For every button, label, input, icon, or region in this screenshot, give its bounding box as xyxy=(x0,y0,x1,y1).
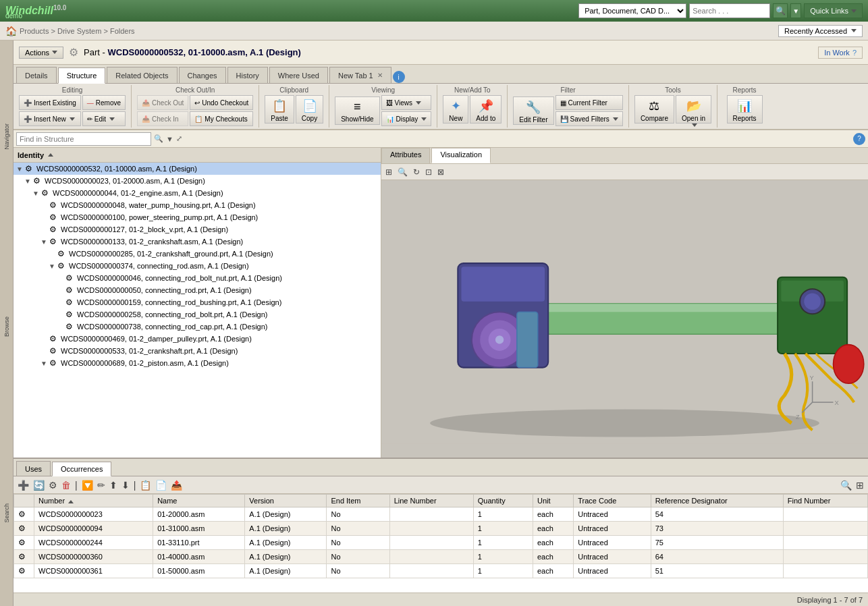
col-header-quantity[interactable]: Quantity xyxy=(473,495,533,507)
tab-attributes[interactable]: Attributes xyxy=(381,148,430,163)
search-type-dropdown[interactable]: Part, Document, CAD D... xyxy=(578,3,686,18)
insert-new-button[interactable]: ➕ Insert New xyxy=(19,111,81,126)
display-button[interactable]: 📊 Display xyxy=(381,111,432,126)
search-input[interactable] xyxy=(689,3,770,18)
col-header-number[interactable]: Number xyxy=(34,495,153,507)
tab-structure[interactable]: Structure xyxy=(58,67,106,84)
tree-item[interactable]: ⚙ WCDS0000000469, 01-2_damper_pulley.prt… xyxy=(13,333,381,345)
col-header-version[interactable]: Version xyxy=(245,495,327,507)
move-up-button[interactable]: ⬆ xyxy=(108,480,119,491)
refresh-button[interactable]: 🔄 xyxy=(32,480,46,491)
col-header-find-number[interactable]: Find Number xyxy=(783,495,867,507)
breadcrumb-drive-system[interactable]: Drive System xyxy=(57,27,101,35)
tree-item[interactable]: ⚙ WCDS0000000159, connecting_rod_bushing… xyxy=(13,296,381,308)
quick-links-button[interactable]: Quick Links xyxy=(804,3,863,18)
tab-uses[interactable]: Uses xyxy=(16,461,51,476)
paste-button[interactable]: 📋 Paste xyxy=(265,95,294,123)
table-row[interactable]: ⚙ WCDS0000000244 01-33110.prt A.1 (Desig… xyxy=(14,536,868,550)
check-out-button[interactable]: 📤 Check Out xyxy=(137,95,188,110)
tree-item[interactable]: ⚙ WCDS0000000127, 01-2_block_v.prt, A.1 … xyxy=(13,223,381,236)
table-row[interactable]: ⚙ WCDS0000000094 01-31000.asm A.1 (Desig… xyxy=(14,522,868,536)
viz-zoom-in-icon[interactable]: 🔍 xyxy=(396,167,409,177)
tab-details[interactable]: Details xyxy=(16,67,57,83)
col-header-unit[interactable]: Unit xyxy=(533,495,573,507)
find-search-icon[interactable]: 🔍 xyxy=(154,134,163,143)
search-table-button[interactable]: 🔍 xyxy=(839,480,853,491)
edit-button[interactable]: ✏ Edit xyxy=(82,111,126,126)
viz-zoom-fit-icon[interactable]: ⊞ xyxy=(384,167,394,177)
navigator-label[interactable]: Navigator xyxy=(2,121,11,153)
undo-checkout-button[interactable]: ↩ Undo Checkout xyxy=(190,95,253,110)
move-down-button[interactable]: ⬇ xyxy=(120,480,131,491)
tab-changes[interactable]: Changes xyxy=(179,67,226,83)
tree-item[interactable]: ⚙ WCDS0000000738, connecting_rod_cap.prt… xyxy=(13,321,381,333)
find-expand-icon[interactable]: ⤢ xyxy=(176,134,182,143)
table-row[interactable]: ⚙ WCDS0000000023 01-20000.asm A.1 (Desig… xyxy=(14,507,868,522)
tree-item[interactable]: ▼ ⚙ WCDS0000000532, 01-10000.asm, A.1 (D… xyxy=(13,163,381,175)
settings-button[interactable]: ⚙ xyxy=(47,480,59,491)
compare-button[interactable]: ⚖ Compare xyxy=(634,95,674,123)
tab-where-used[interactable]: Where Used xyxy=(269,67,328,83)
copy-row-button[interactable]: 📋 xyxy=(138,480,153,491)
tree-item[interactable]: ▼ ⚙ WCDS0000000133, 01-2_crankshaft.asm,… xyxy=(13,236,381,248)
col-header-line-number[interactable]: Line Number xyxy=(389,495,473,507)
tree-item[interactable]: ▼ ⚙ WCDS0000000044, 01-2_engine.asm, A.1… xyxy=(13,187,381,199)
current-filter-button[interactable]: ▦ Current Filter xyxy=(555,95,623,110)
table-row[interactable]: ⚙ WCDS0000000361 01-50000.asm A.1 (Desig… xyxy=(14,564,868,578)
search-label[interactable]: Search xyxy=(2,501,11,526)
tree-item[interactable]: ⚙ WCDS0000000046, connecting_rod_bolt_nu… xyxy=(13,272,381,284)
tree-item[interactable]: ⚙ WCDS0000000533, 01-2_crankshaft.prt, A… xyxy=(13,345,381,357)
remove-button[interactable]: — Remove xyxy=(82,95,126,110)
copy-button[interactable]: 📄 Copy xyxy=(296,95,323,123)
tab-related-objects[interactable]: Related Objects xyxy=(107,67,177,83)
tab-history[interactable]: History xyxy=(227,67,268,83)
table-row[interactable]: ⚙ WCDS0000000360 01-40000.asm A.1 (Desig… xyxy=(14,550,868,564)
check-in-button[interactable]: 📥 Check In xyxy=(137,111,188,126)
tree-item[interactable]: ⚙ WCDS0000000258, connecting_rod_bolt.pr… xyxy=(13,308,381,321)
viz-measure-icon[interactable]: ⊠ xyxy=(436,167,445,177)
col-header-reference-designator[interactable]: Reference Designator xyxy=(651,495,783,507)
tree-item[interactable]: ▼ ⚙ WCDS0000000689, 01-2_piston.asm, A.1… xyxy=(13,357,381,369)
status-help-icon[interactable]: ? xyxy=(852,49,857,57)
tree-item[interactable]: ⚙ WCDS0000000285, 01-2_crankshaft_ground… xyxy=(13,248,381,260)
add-row-button[interactable]: ➕ xyxy=(16,480,30,491)
3d-model-view[interactable]: X Y Z xyxy=(381,180,868,458)
tree-item[interactable]: ▼ ⚙ WCDS0000000374, connecting_rod.asm, … xyxy=(13,260,381,272)
saved-filters-button[interactable]: 💾 Saved Filters xyxy=(555,111,623,126)
tab-new-tab[interactable]: New Tab 1 ✕ xyxy=(329,67,391,83)
viz-rotate-icon[interactable]: ↻ xyxy=(412,167,421,177)
tree-item[interactable]: ⚙ WCDS0000000048, water_pump_housing.prt… xyxy=(13,199,381,211)
insert-existing-button[interactable]: ➕ Insert Existing xyxy=(19,95,81,110)
home-icon[interactable]: 🏠 xyxy=(5,26,17,36)
remove-row-button[interactable]: 🗑 xyxy=(60,480,72,491)
show-hide-button[interactable]: ≡ Show/Hide xyxy=(335,97,379,125)
edit-filter-button[interactable]: 🔧 Edit Filter xyxy=(513,97,553,125)
tree-item[interactable]: ▼ ⚙ WCDS0000000023, 01-20000.asm, A.1 (D… xyxy=(13,175,381,187)
open-in-button[interactable]: 📂 Open in xyxy=(676,95,711,123)
reports-button[interactable]: 📊 Reports xyxy=(727,95,763,123)
tab-info-button[interactable]: i xyxy=(393,71,405,83)
actions-button[interactable]: Actions xyxy=(19,47,63,59)
tree-item[interactable]: ⚙ WCDS0000000050, connecting_rod.prt, A.… xyxy=(13,284,381,296)
tab-close-icon[interactable]: ✕ xyxy=(377,72,383,79)
col-header-trace-code[interactable]: Trace Code xyxy=(574,495,651,507)
find-filter-icon[interactable]: ▼ xyxy=(166,135,173,143)
tree-item[interactable]: ⚙ WCDS0000000100, power_steering_pump.pr… xyxy=(13,211,381,223)
find-in-structure-input[interactable] xyxy=(16,132,151,146)
export-button[interactable]: 📤 xyxy=(169,480,184,491)
browse-label[interactable]: Browse xyxy=(2,314,11,339)
table-options-button[interactable]: ⊞ xyxy=(855,480,865,491)
viz-select-icon[interactable]: ⊡ xyxy=(424,167,433,177)
col-header-name[interactable]: Name xyxy=(153,495,245,507)
filter-button[interactable]: 🔽 xyxy=(80,480,94,491)
new-button[interactable]: ✦ New xyxy=(443,95,468,123)
recently-accessed-button[interactable]: Recently Accessed xyxy=(778,25,863,37)
tab-occurrences[interactable]: Occurrences xyxy=(52,462,111,476)
breadcrumb-folders[interactable]: Folders xyxy=(110,27,135,35)
search-button[interactable]: 🔍 xyxy=(773,3,788,18)
edit-row-button[interactable]: ✏ xyxy=(96,480,107,491)
paste-row-button[interactable]: 📄 xyxy=(154,480,168,491)
search-options-button[interactable]: ▼ xyxy=(790,3,801,18)
breadcrumb-products[interactable]: Products xyxy=(20,27,49,35)
tab-visualization[interactable]: Visualization xyxy=(431,148,491,163)
